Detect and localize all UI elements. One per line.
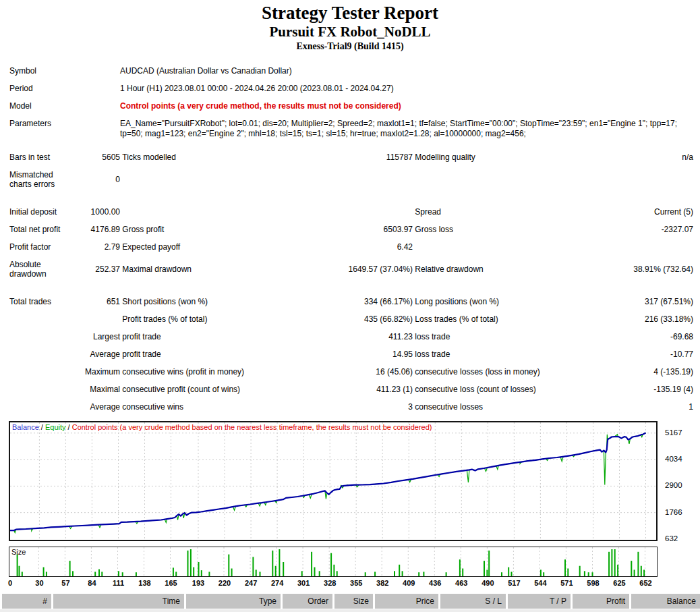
stat-value xyxy=(585,166,693,193)
stat-value: 252.37 xyxy=(74,256,120,283)
stats-row: Initial deposit1000.00 SpreadCurrent (5) xyxy=(9,203,693,221)
stat-label xyxy=(9,363,74,381)
stat-label: consecutive loss (count of losses) xyxy=(413,381,585,398)
results-stats-table: Bars in test5605 Ticks modelled115787 Mo… xyxy=(9,148,693,416)
x-axis-tick-label: 301 xyxy=(297,579,310,587)
stat-label: consecutive wins xyxy=(120,398,298,416)
info-value: EA_Name="PursuitFXRobot"; lot=0.01; dis=… xyxy=(120,115,693,143)
stat-label: Spread xyxy=(413,203,585,221)
stat-label: Gross loss xyxy=(413,221,585,238)
info-row: ModelControl points (a very crude method… xyxy=(9,97,693,115)
x-axis-tick-label: 625 xyxy=(613,579,625,587)
strategy-tester-report: { "header": { "title": "Strategy Tester … xyxy=(0,0,700,612)
trades-table-header: #TimeTypeOrderSizePriceS / LT / PProfitB… xyxy=(0,594,700,609)
stat-value: Average xyxy=(74,398,120,416)
x-axis-tick-label: 57 xyxy=(61,579,69,587)
stat-value xyxy=(298,203,413,221)
stat-label: Total trades xyxy=(9,293,74,310)
stat-label: Total net profit xyxy=(9,221,74,238)
info-row: SymbolAUDCAD (Australian Dollar vs Canad… xyxy=(9,62,693,80)
y-axis-tick-label: 1766 xyxy=(665,508,682,516)
stat-value: -2327.07 xyxy=(585,221,693,238)
stat-label: Long positions (won %) xyxy=(413,293,585,310)
stat-label xyxy=(413,166,585,193)
stat-value: 317 (67.51%) xyxy=(585,293,693,310)
trades-column-header: Type xyxy=(186,594,281,609)
stat-value: Average xyxy=(74,345,120,363)
stats-row: Profit trades (% of total)435 (66.82%) L… xyxy=(9,310,693,328)
stat-label xyxy=(9,381,74,398)
x-axis-tick-label: 165 xyxy=(165,579,177,587)
x-axis-tick-label: 30 xyxy=(35,579,43,587)
stat-label xyxy=(9,310,74,328)
stat-label: Profit factor xyxy=(9,238,74,256)
trades-column-header: Time xyxy=(53,594,184,609)
y-axis-tick-label: 4034 xyxy=(665,455,682,463)
info-row: ParametersEA_Name="PursuitFXRobot"; lot=… xyxy=(9,115,693,143)
stat-label: loss trade xyxy=(413,345,585,363)
trades-column-header: T / P xyxy=(508,594,571,609)
stat-value: 435 (66.82%) xyxy=(298,310,413,328)
stat-label: Modelling quality xyxy=(413,148,585,166)
chart-legend: Balance / Equity / Control points (a ver… xyxy=(12,423,432,431)
spacer-row xyxy=(9,283,693,293)
stats-row: Maximal consecutive profit (count of win… xyxy=(9,381,693,398)
stat-label: Gross profit xyxy=(120,221,298,238)
legend-separator: / xyxy=(66,423,72,431)
stat-value xyxy=(298,166,413,193)
stat-value: 4176.89 xyxy=(74,221,120,238)
x-axis-tick-label: 409 xyxy=(403,579,415,587)
stat-label: loss trade xyxy=(413,328,585,345)
stat-value: 1 xyxy=(585,398,693,416)
stats-row: Mismatched charts errors0 xyxy=(9,166,693,193)
stat-value: 651 xyxy=(74,293,120,310)
stat-value xyxy=(74,310,120,328)
x-axis-tick-label: 328 xyxy=(324,579,336,587)
trades-column-header: S / L xyxy=(440,594,506,609)
size-panel-label: Size xyxy=(11,548,26,556)
balance-chart-area: Balance / Equity / Control points (a ver… xyxy=(9,421,700,590)
info-label: Model xyxy=(9,97,120,115)
stats-row: Total trades651 Short positions (won %)3… xyxy=(9,293,693,310)
x-axis-tick-label: 274 xyxy=(271,579,283,587)
stat-value: 14.95 xyxy=(298,345,413,363)
x-axis-tick-label: 463 xyxy=(455,579,467,587)
stat-value: 5605 xyxy=(74,148,120,166)
stats-row: Profit factor2.79 Expected payoff6.42 xyxy=(9,238,693,256)
y-axis-tick-label: 632 xyxy=(665,534,678,543)
stat-label xyxy=(9,345,74,363)
stat-label: Maximal drawdown xyxy=(120,256,298,283)
page-title: Strategy Tester Report xyxy=(0,0,700,23)
x-axis-tick-label: 111 xyxy=(113,579,124,587)
stats-row: Total net profit4176.89 Gross profit6503… xyxy=(9,221,693,238)
stat-value: 38.91% (732.64) xyxy=(585,256,693,283)
stat-label: Short positions (won %) xyxy=(120,293,298,310)
info-label: Parameters xyxy=(9,115,120,143)
info-value: Control points (a very crude method, the… xyxy=(120,97,693,115)
stat-label: profit trade xyxy=(120,328,298,345)
stat-value: 411.23 xyxy=(298,328,413,345)
stat-value: 334 (66.17%) xyxy=(298,293,413,310)
report-subtitle: Pursuit FX Robot_NoDLL xyxy=(0,23,700,40)
trades-column-header: Profit xyxy=(573,594,629,609)
stats-row: Maximum consecutive wins (profit in mone… xyxy=(9,363,693,381)
trades-column-header: Price xyxy=(375,594,438,609)
stat-label: Relative drawdown xyxy=(413,256,585,283)
x-axis-tick-label: 571 xyxy=(560,579,573,587)
stat-value: 0 xyxy=(74,166,120,193)
legend-model-note: Control points (a very crude method base… xyxy=(72,423,432,431)
stat-value: 6503.97 xyxy=(298,221,413,238)
stat-label: Bars in test xyxy=(9,148,74,166)
stat-label xyxy=(413,238,585,256)
stat-label: Loss trades (% of total) xyxy=(413,310,585,328)
stat-label xyxy=(9,328,74,345)
stat-value: -69.68 xyxy=(585,328,693,345)
test-info-table: SymbolAUDCAD (Australian Dollar vs Canad… xyxy=(9,62,693,143)
stat-value: 411.23 (1) xyxy=(298,381,413,398)
x-axis-tick-label: 382 xyxy=(376,579,388,587)
server-build: Exness-Trial9 (Build 1415) xyxy=(0,40,700,53)
stat-label xyxy=(120,203,298,221)
trades-column-header: Order xyxy=(283,594,332,609)
stat-value: 6.42 xyxy=(298,238,413,256)
x-axis-tick-label: 355 xyxy=(350,579,362,587)
